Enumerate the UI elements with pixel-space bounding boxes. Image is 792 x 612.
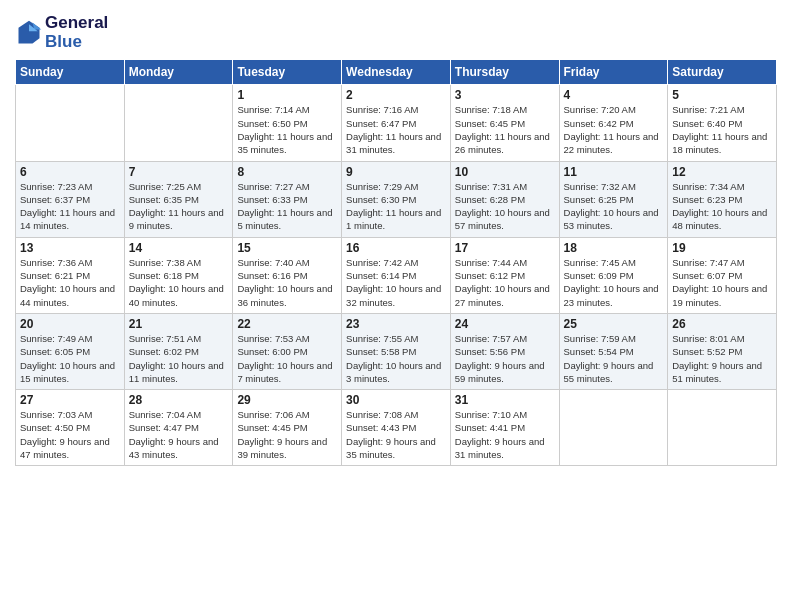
day-cell: 22Sunrise: 7:53 AMSunset: 6:00 PMDayligh… — [233, 313, 342, 389]
day-cell: 26Sunrise: 8:01 AMSunset: 5:52 PMDayligh… — [668, 313, 777, 389]
day-cell: 29Sunrise: 7:06 AMSunset: 4:45 PMDayligh… — [233, 390, 342, 466]
day-cell: 6Sunrise: 7:23 AMSunset: 6:37 PMDaylight… — [16, 161, 125, 237]
day-cell — [16, 85, 125, 161]
day-number: 1 — [237, 88, 337, 102]
day-number: 26 — [672, 317, 772, 331]
weekday-header-friday: Friday — [559, 60, 668, 85]
day-detail: Sunrise: 7:32 AMSunset: 6:25 PMDaylight:… — [564, 180, 664, 233]
day-detail: Sunrise: 7:40 AMSunset: 6:16 PMDaylight:… — [237, 256, 337, 309]
day-cell: 24Sunrise: 7:57 AMSunset: 5:56 PMDayligh… — [450, 313, 559, 389]
day-cell: 28Sunrise: 7:04 AMSunset: 4:47 PMDayligh… — [124, 390, 233, 466]
day-number: 21 — [129, 317, 229, 331]
day-cell — [668, 390, 777, 466]
day-number: 7 — [129, 165, 229, 179]
day-detail: Sunrise: 7:29 AMSunset: 6:30 PMDaylight:… — [346, 180, 446, 233]
day-detail: Sunrise: 7:18 AMSunset: 6:45 PMDaylight:… — [455, 103, 555, 156]
day-cell: 2Sunrise: 7:16 AMSunset: 6:47 PMDaylight… — [342, 85, 451, 161]
day-cell: 1Sunrise: 7:14 AMSunset: 6:50 PMDaylight… — [233, 85, 342, 161]
day-detail: Sunrise: 7:53 AMSunset: 6:00 PMDaylight:… — [237, 332, 337, 385]
day-number: 30 — [346, 393, 446, 407]
day-detail: Sunrise: 7:51 AMSunset: 6:02 PMDaylight:… — [129, 332, 229, 385]
day-number: 5 — [672, 88, 772, 102]
day-cell: 13Sunrise: 7:36 AMSunset: 6:21 PMDayligh… — [16, 237, 125, 313]
page: General Blue SundayMondayTuesdayWednesda… — [0, 0, 792, 612]
logo: General Blue — [15, 14, 108, 51]
day-detail: Sunrise: 7:42 AMSunset: 6:14 PMDaylight:… — [346, 256, 446, 309]
week-row-4: 20Sunrise: 7:49 AMSunset: 6:05 PMDayligh… — [16, 313, 777, 389]
day-cell: 9Sunrise: 7:29 AMSunset: 6:30 PMDaylight… — [342, 161, 451, 237]
day-cell: 8Sunrise: 7:27 AMSunset: 6:33 PMDaylight… — [233, 161, 342, 237]
week-row-3: 13Sunrise: 7:36 AMSunset: 6:21 PMDayligh… — [16, 237, 777, 313]
day-cell: 11Sunrise: 7:32 AMSunset: 6:25 PMDayligh… — [559, 161, 668, 237]
day-detail: Sunrise: 7:31 AMSunset: 6:28 PMDaylight:… — [455, 180, 555, 233]
day-cell: 10Sunrise: 7:31 AMSunset: 6:28 PMDayligh… — [450, 161, 559, 237]
day-cell: 20Sunrise: 7:49 AMSunset: 6:05 PMDayligh… — [16, 313, 125, 389]
day-number: 2 — [346, 88, 446, 102]
logo-icon — [15, 19, 43, 47]
day-number: 16 — [346, 241, 446, 255]
day-detail: Sunrise: 7:34 AMSunset: 6:23 PMDaylight:… — [672, 180, 772, 233]
weekday-header-row: SundayMondayTuesdayWednesdayThursdayFrid… — [16, 60, 777, 85]
day-cell: 25Sunrise: 7:59 AMSunset: 5:54 PMDayligh… — [559, 313, 668, 389]
day-number: 13 — [20, 241, 120, 255]
day-cell: 18Sunrise: 7:45 AMSunset: 6:09 PMDayligh… — [559, 237, 668, 313]
weekday-header-thursday: Thursday — [450, 60, 559, 85]
day-number: 19 — [672, 241, 772, 255]
day-number: 28 — [129, 393, 229, 407]
day-detail: Sunrise: 7:16 AMSunset: 6:47 PMDaylight:… — [346, 103, 446, 156]
day-detail: Sunrise: 7:14 AMSunset: 6:50 PMDaylight:… — [237, 103, 337, 156]
day-cell: 27Sunrise: 7:03 AMSunset: 4:50 PMDayligh… — [16, 390, 125, 466]
day-detail: Sunrise: 7:03 AMSunset: 4:50 PMDaylight:… — [20, 408, 120, 461]
day-detail: Sunrise: 7:20 AMSunset: 6:42 PMDaylight:… — [564, 103, 664, 156]
day-cell — [559, 390, 668, 466]
day-number: 12 — [672, 165, 772, 179]
day-cell: 3Sunrise: 7:18 AMSunset: 6:45 PMDaylight… — [450, 85, 559, 161]
day-detail: Sunrise: 8:01 AMSunset: 5:52 PMDaylight:… — [672, 332, 772, 385]
svg-marker-0 — [19, 20, 40, 43]
day-number: 3 — [455, 88, 555, 102]
day-cell: 7Sunrise: 7:25 AMSunset: 6:35 PMDaylight… — [124, 161, 233, 237]
day-cell: 21Sunrise: 7:51 AMSunset: 6:02 PMDayligh… — [124, 313, 233, 389]
logo-text: General Blue — [45, 14, 108, 51]
day-detail: Sunrise: 7:49 AMSunset: 6:05 PMDaylight:… — [20, 332, 120, 385]
day-detail: Sunrise: 7:38 AMSunset: 6:18 PMDaylight:… — [129, 256, 229, 309]
day-number: 4 — [564, 88, 664, 102]
day-number: 8 — [237, 165, 337, 179]
day-detail: Sunrise: 7:06 AMSunset: 4:45 PMDaylight:… — [237, 408, 337, 461]
day-detail: Sunrise: 7:44 AMSunset: 6:12 PMDaylight:… — [455, 256, 555, 309]
week-row-1: 1Sunrise: 7:14 AMSunset: 6:50 PMDaylight… — [16, 85, 777, 161]
day-cell: 16Sunrise: 7:42 AMSunset: 6:14 PMDayligh… — [342, 237, 451, 313]
day-number: 17 — [455, 241, 555, 255]
day-detail: Sunrise: 7:45 AMSunset: 6:09 PMDaylight:… — [564, 256, 664, 309]
day-detail: Sunrise: 7:47 AMSunset: 6:07 PMDaylight:… — [672, 256, 772, 309]
day-number: 20 — [20, 317, 120, 331]
day-detail: Sunrise: 7:55 AMSunset: 5:58 PMDaylight:… — [346, 332, 446, 385]
day-number: 18 — [564, 241, 664, 255]
day-cell: 30Sunrise: 7:08 AMSunset: 4:43 PMDayligh… — [342, 390, 451, 466]
day-detail: Sunrise: 7:10 AMSunset: 4:41 PMDaylight:… — [455, 408, 555, 461]
day-detail: Sunrise: 7:08 AMSunset: 4:43 PMDaylight:… — [346, 408, 446, 461]
day-cell — [124, 85, 233, 161]
day-detail: Sunrise: 7:23 AMSunset: 6:37 PMDaylight:… — [20, 180, 120, 233]
day-number: 10 — [455, 165, 555, 179]
day-number: 23 — [346, 317, 446, 331]
day-detail: Sunrise: 7:57 AMSunset: 5:56 PMDaylight:… — [455, 332, 555, 385]
weekday-header-saturday: Saturday — [668, 60, 777, 85]
day-cell: 19Sunrise: 7:47 AMSunset: 6:07 PMDayligh… — [668, 237, 777, 313]
day-number: 6 — [20, 165, 120, 179]
weekday-header-wednesday: Wednesday — [342, 60, 451, 85]
day-cell: 31Sunrise: 7:10 AMSunset: 4:41 PMDayligh… — [450, 390, 559, 466]
weekday-header-sunday: Sunday — [16, 60, 125, 85]
calendar-table: SundayMondayTuesdayWednesdayThursdayFrid… — [15, 59, 777, 466]
day-cell: 4Sunrise: 7:20 AMSunset: 6:42 PMDaylight… — [559, 85, 668, 161]
day-cell: 17Sunrise: 7:44 AMSunset: 6:12 PMDayligh… — [450, 237, 559, 313]
day-number: 27 — [20, 393, 120, 407]
weekday-header-tuesday: Tuesday — [233, 60, 342, 85]
header: General Blue — [15, 10, 777, 51]
day-number: 22 — [237, 317, 337, 331]
day-number: 9 — [346, 165, 446, 179]
day-number: 14 — [129, 241, 229, 255]
week-row-2: 6Sunrise: 7:23 AMSunset: 6:37 PMDaylight… — [16, 161, 777, 237]
day-cell: 23Sunrise: 7:55 AMSunset: 5:58 PMDayligh… — [342, 313, 451, 389]
day-cell: 14Sunrise: 7:38 AMSunset: 6:18 PMDayligh… — [124, 237, 233, 313]
